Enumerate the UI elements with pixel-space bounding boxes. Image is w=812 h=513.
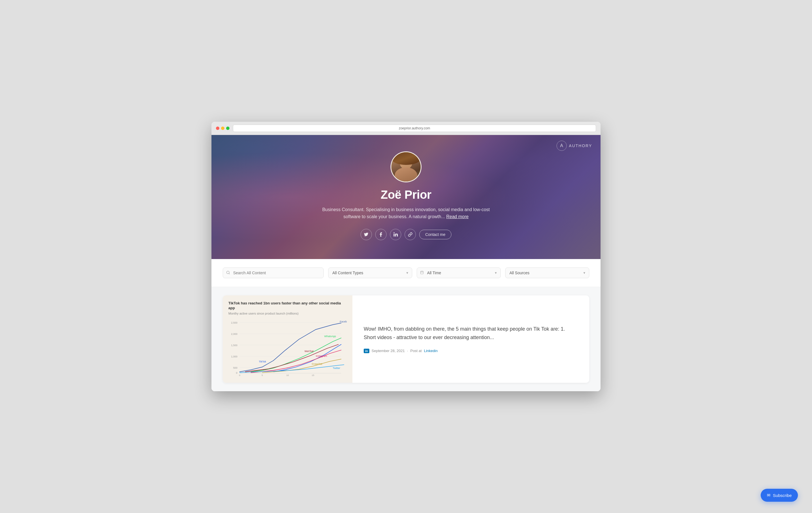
maximize-button[interactable] (226, 126, 230, 130)
sources-filter: All Sources ▼ (505, 268, 589, 278)
envelope-icon: ✉ (767, 493, 771, 498)
traffic-lights (216, 126, 230, 130)
article-image: TikTok has reached 1bn users faster than… (223, 295, 352, 383)
svg-text:2,000: 2,000 (231, 333, 237, 335)
user-name: Zoë Prior (381, 188, 431, 202)
content-types-select[interactable]: All Content Types (328, 268, 412, 278)
social-links: Contact me (360, 229, 452, 240)
avatar-hair (392, 152, 420, 165)
chart-title: TikTok has reached 1bn users faster than… (228, 301, 347, 311)
authory-logo-icon: A (556, 141, 567, 151)
svg-text:10: 10 (286, 374, 289, 376)
content-types-filter: All Content Types ▼ (328, 268, 412, 278)
article-card: TikTok has reached 1bn users faster than… (223, 295, 589, 383)
authory-logo: A AUTHORY (556, 141, 592, 151)
linkedin-source-badge: in (364, 349, 369, 353)
facebook-icon[interactable] (375, 229, 386, 240)
hero-content: Zoë Prior Business Consultant. Specialis… (319, 151, 493, 240)
article-text: Wow! IMHO, from dabbling on there, the 5… (364, 325, 578, 342)
svg-text:0: 0 (236, 371, 237, 374)
chart-subtitle: Monthy active users since product launch… (228, 312, 347, 315)
sources-select[interactable]: All Sources (505, 268, 589, 278)
close-button[interactable] (216, 126, 219, 130)
link-icon[interactable] (405, 229, 416, 240)
read-more-link[interactable]: Read more (446, 214, 469, 219)
svg-text:WhatsApp: WhatsApp (324, 335, 336, 338)
contact-me-button[interactable]: Contact me (419, 230, 452, 239)
minimize-button[interactable] (221, 126, 225, 130)
content-area: TikTok has reached 1bn users faster than… (211, 287, 601, 391)
avatar (390, 151, 422, 182)
svg-text:0: 0 (239, 374, 240, 376)
svg-text:15: 15 (312, 374, 314, 376)
svg-text:Facebook: Facebook (340, 320, 347, 323)
search-input[interactable] (223, 268, 324, 278)
article-body: Wow! IMHO, from dabbling on there, the 5… (352, 295, 589, 383)
svg-text:500: 500 (233, 366, 237, 369)
article-source-prefix: Post at (410, 349, 422, 353)
svg-text:TikTok: TikTok (259, 360, 266, 363)
time-select[interactable]: All Time (417, 268, 501, 278)
svg-text:2,500: 2,500 (231, 321, 237, 324)
time-filter: All Time ▼ (417, 268, 501, 278)
svg-text:WeChat: WeChat (304, 350, 314, 353)
user-bio: Business Consultant. Specialising in bus… (319, 206, 493, 220)
browser-chrome: zoeprior.authory.com (211, 122, 601, 135)
authory-logo-text: AUTHORY (569, 144, 592, 148)
hero-section: A AUTHORY Zoë Prior Business Consultant.… (211, 135, 601, 259)
address-bar[interactable]: zoeprior.authory.com (233, 125, 596, 132)
svg-text:5: 5 (262, 374, 263, 376)
avatar-image (392, 152, 420, 182)
search-icon (226, 271, 230, 275)
twitter-icon[interactable] (360, 229, 372, 240)
calendar-icon (420, 271, 424, 275)
svg-text:Twitter: Twitter (333, 367, 340, 369)
svg-text:Snapchat: Snapchat (312, 362, 323, 365)
article-source-link[interactable]: Linkedin (424, 349, 438, 353)
subscribe-button[interactable]: ✉ Subscribe (761, 489, 798, 502)
article-date: September 28, 2021 (372, 349, 405, 353)
svg-text:1,500: 1,500 (231, 344, 237, 347)
svg-text:1,000: 1,000 (231, 355, 237, 358)
svg-rect-1 (420, 271, 423, 274)
article-meta: in September 28, 2021 · Post at Linkedin (364, 349, 578, 353)
chart-svg: 2,500 2,000 1,500 1,000 500 0 Facebook (228, 320, 347, 376)
chart-container: 2,500 2,000 1,500 1,000 500 0 Facebook (228, 320, 347, 377)
svg-text:Instagram: Instagram (316, 355, 327, 357)
filter-bar: All Content Types ▼ All Time ▼ All Sourc… (211, 259, 601, 287)
search-input-wrap (223, 268, 324, 278)
linkedin-icon[interactable] (390, 229, 401, 240)
